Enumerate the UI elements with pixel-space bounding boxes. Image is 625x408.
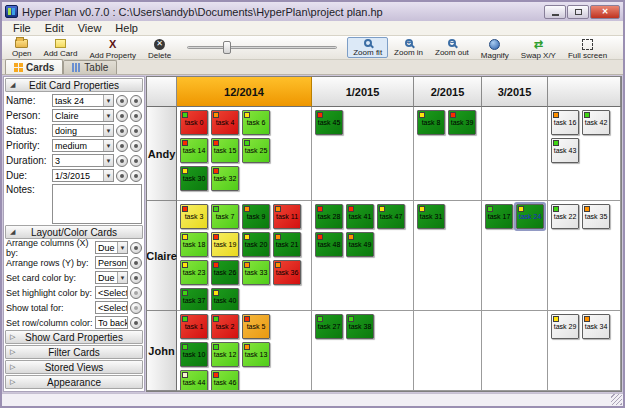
card-task-10[interactable]: task 10 <box>180 342 208 367</box>
property-settings-button[interactable] <box>116 125 128 137</box>
show-total-for-combobox[interactable]: <Select>▼ <box>95 301 128 314</box>
card-task-36[interactable]: task 36 <box>273 260 301 285</box>
set-row-column-color-combobox[interactable]: To background▼ <box>95 316 128 329</box>
card-task-18[interactable]: task 18 <box>180 232 208 257</box>
card-task-44[interactable]: task 44 <box>180 370 208 391</box>
card-task-32[interactable]: task 32 <box>211 166 239 191</box>
card-task-48[interactable]: task 48 <box>315 232 343 257</box>
card-task-4[interactable]: task 4 <box>211 110 239 135</box>
card-task-11[interactable]: task 11 <box>273 204 301 229</box>
magnify-button[interactable]: Magnify <box>475 37 515 58</box>
property-settings-button[interactable] <box>116 155 128 167</box>
arrange-columns-x-by-combobox[interactable]: Due▼ <box>95 241 128 254</box>
section-header-layout-color-cards[interactable]: ◢Layout/Color Cards <box>5 225 143 239</box>
property-remove-button[interactable] <box>130 170 142 182</box>
close-button[interactable]: ✕ <box>590 5 620 19</box>
card-task-8[interactable]: task 8 <box>417 110 445 135</box>
section-header-filter-cards[interactable]: ▷Filter Cards <box>5 345 143 359</box>
card-task-12[interactable]: task 12 <box>211 342 239 367</box>
card-task-49[interactable]: task 49 <box>346 232 374 257</box>
property-settings-button[interactable] <box>116 110 128 122</box>
layout-settings-button[interactable] <box>130 272 142 284</box>
card-task-22[interactable]: task 22 <box>551 204 579 229</box>
section-header-appearance[interactable]: ▷Appearance <box>5 375 143 389</box>
layout-settings-button[interactable] <box>130 287 142 299</box>
card-task-23[interactable]: task 23 <box>180 260 208 285</box>
card-task-1[interactable]: task 1 <box>180 314 208 339</box>
layout-settings-button[interactable] <box>130 242 142 254</box>
tab-cards[interactable]: Cards <box>5 59 63 74</box>
menu-edit[interactable]: Edit <box>38 22 71 34</box>
card-task-38[interactable]: task 38 <box>346 314 374 339</box>
section-header-stored-views[interactable]: ▷Stored Views <box>5 360 143 374</box>
layout-settings-button[interactable] <box>130 317 142 329</box>
full-screen-button[interactable]: Full screen <box>562 37 613 58</box>
section-header-show-card-properties[interactable]: ▷Show Card Properties <box>5 330 143 344</box>
card-task-41[interactable]: task 41 <box>346 204 374 229</box>
card-task-26[interactable]: task 26 <box>211 260 239 285</box>
maximize-button[interactable] <box>567 5 589 19</box>
card-task-19[interactable]: task 19 <box>211 232 239 257</box>
card-task-39[interactable]: task 39 <box>448 110 476 135</box>
card-task-3[interactable]: task 3 <box>180 204 208 229</box>
property-settings-button[interactable] <box>116 170 128 182</box>
card-task-2[interactable]: task 2 <box>211 314 239 339</box>
card-task-35[interactable]: task 35 <box>582 204 610 229</box>
duration-combobox[interactable]: 3▼ <box>52 154 114 167</box>
card-task-17[interactable]: task 17 <box>485 204 513 229</box>
minimize-button[interactable] <box>544 5 566 19</box>
card-task-7[interactable]: task 7 <box>211 204 239 229</box>
open-button[interactable]: Open <box>6 37 38 58</box>
property-remove-button[interactable] <box>130 155 142 167</box>
card-task-31[interactable]: task 31 <box>417 204 445 229</box>
card-task-0[interactable]: task 0 <box>180 110 208 135</box>
zoom-slider[interactable] <box>187 37 337 58</box>
card-task-34[interactable]: task 34 <box>582 314 610 339</box>
card-task-29[interactable]: task 29 <box>551 314 579 339</box>
arrange-rows-y-by-combobox[interactable]: Person▼ <box>95 256 128 269</box>
card-task-24[interactable]: task 24 <box>516 204 544 229</box>
notes-field[interactable] <box>52 184 142 224</box>
zoom-out-button[interactable]: −Zoom out <box>429 37 475 58</box>
add-property-button[interactable]: XAdd Property <box>83 37 142 58</box>
layout-settings-button[interactable] <box>130 257 142 269</box>
card-task-40[interactable]: task 40 <box>211 288 239 311</box>
zoom-slider-handle[interactable] <box>223 41 231 54</box>
card-task-9[interactable]: task 9 <box>242 204 270 229</box>
card-task-20[interactable]: task 20 <box>242 232 270 257</box>
card-task-28[interactable]: task 28 <box>315 204 343 229</box>
property-settings-button[interactable] <box>116 140 128 152</box>
name-combobox[interactable]: task 24▼ <box>52 94 114 107</box>
card-task-27[interactable]: task 27 <box>315 314 343 339</box>
zoom-slider-track[interactable] <box>187 46 337 49</box>
set-card-color-by-combobox[interactable]: Due▼ <box>95 271 128 284</box>
card-task-30[interactable]: task 30 <box>180 166 208 191</box>
card-task-46[interactable]: task 46 <box>211 370 239 391</box>
menu-file[interactable]: File <box>6 22 38 34</box>
section-header-edit-card-properties[interactable]: ◢Edit Card Properties <box>5 78 143 92</box>
card-task-16[interactable]: task 16 <box>551 110 579 135</box>
card-task-33[interactable]: task 33 <box>242 260 270 285</box>
card-task-47[interactable]: task 47 <box>377 204 405 229</box>
tab-table[interactable]: Table <box>63 60 117 74</box>
menu-view[interactable]: View <box>71 22 109 34</box>
menu-help[interactable]: Help <box>108 22 145 34</box>
priority-combobox[interactable]: medium▼ <box>52 139 114 152</box>
card-task-21[interactable]: task 21 <box>273 232 301 257</box>
set-highlight-color-by-combobox[interactable]: <Select>▼ <box>95 286 128 299</box>
card-task-14[interactable]: task 14 <box>180 138 208 163</box>
layout-settings-button[interactable] <box>130 302 142 314</box>
card-task-25[interactable]: task 25 <box>242 138 270 163</box>
property-settings-button[interactable] <box>116 95 128 107</box>
card-task-43[interactable]: task 43 <box>551 138 579 163</box>
status-combobox[interactable]: doing▼ <box>52 124 114 137</box>
resize-grip[interactable] <box>611 394 622 405</box>
card-task-37[interactable]: task 37 <box>180 288 208 311</box>
card-task-45[interactable]: task 45 <box>315 110 343 135</box>
swap-x-y-button[interactable]: ⇄Swap X/Y <box>515 37 562 58</box>
due-combobox[interactable]: 1/3/2015▼ <box>52 169 114 182</box>
card-task-13[interactable]: task 13 <box>242 342 270 367</box>
card-task-5[interactable]: task 5 <box>242 314 270 339</box>
card-task-6[interactable]: task 6 <box>242 110 270 135</box>
property-remove-button[interactable] <box>130 110 142 122</box>
